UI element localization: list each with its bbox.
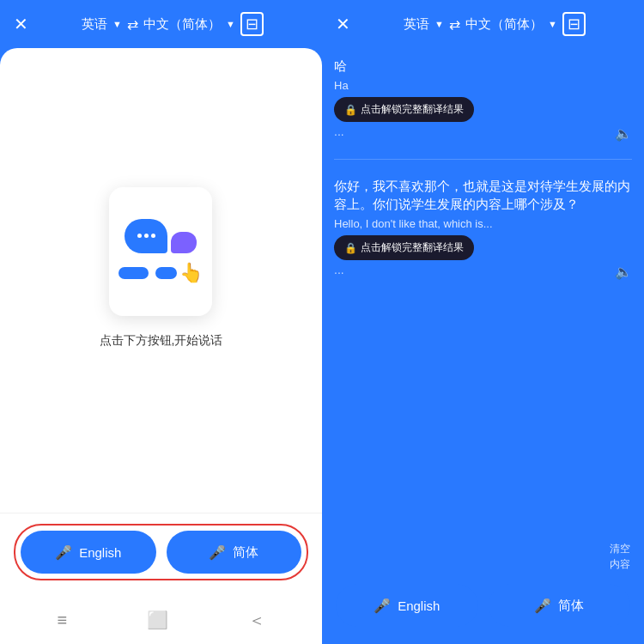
- left-lang-from[interactable]: 英语: [82, 16, 107, 33]
- left-english-button[interactable]: 🎤 English: [21, 531, 156, 574]
- left-content: 👆 点击下方按钮,开始说话: [0, 48, 322, 513]
- left-lang-selector: 英语 ▼ ⇄ 中文（简体） ▼ ⊟: [37, 12, 308, 36]
- msg1-footer: ··· 🔈: [334, 125, 632, 142]
- chat-bubbles: [125, 219, 197, 253]
- left-chinese-button[interactable]: 🎤 简体: [167, 531, 302, 574]
- msg1-speaker-icon[interactable]: 🔈: [615, 125, 632, 142]
- tap-btn-1: [118, 267, 149, 279]
- left-menu-icon[interactable]: ⊟: [240, 12, 264, 36]
- right-bottom-bar: 清空 内容: [322, 536, 644, 577]
- left-english-label: English: [79, 545, 121, 560]
- lock-icon-2: 🔒: [344, 242, 357, 254]
- lock-icon-1: 🔒: [344, 104, 357, 116]
- msg2-dots: ···: [334, 265, 344, 279]
- right-panel: ✕ 英语 ▼ ⇄ 中文（简体） ▼ ⊟ 哈 Ha 🔒 点击解锁完整翻译结果 ··…: [322, 0, 644, 644]
- right-buttons: 🎤 English 🎤 简体: [322, 577, 644, 644]
- right-chinese-label: 简体: [558, 598, 584, 614]
- left-chinese-label: 简体: [233, 544, 258, 561]
- nav-bar: ≡ ⬜ ＜: [0, 601, 322, 644]
- left-close-button[interactable]: ✕: [14, 15, 28, 33]
- right-lang-selector: 英语 ▼ ⇄ 中文（简体） ▼ ⊟: [359, 12, 630, 36]
- left-btn-row: 🎤 English 🎤 简体: [21, 531, 301, 574]
- divider-1: [334, 159, 632, 160]
- right-mic-icon-2: 🎤: [534, 598, 551, 614]
- hand-icon: 👆: [179, 262, 203, 284]
- nav-back-icon[interactable]: ＜: [248, 609, 265, 632]
- left-lang-to[interactable]: 中文（简体）: [143, 16, 221, 33]
- illustration: 👆 点击下方按钮,开始说话: [100, 187, 223, 349]
- left-mic-icon: 🎤: [55, 544, 72, 561]
- clear-line2: 内容: [610, 556, 630, 572]
- right-btn-row: 🎤 English 🎤 简体: [336, 584, 630, 627]
- right-swap-icon[interactable]: ⇄: [449, 16, 460, 33]
- right-lang-to-arrow: ▼: [548, 19, 557, 29]
- phone-illustration: 👆: [109, 187, 212, 316]
- right-menu-icon[interactable]: ⊟: [562, 12, 586, 36]
- left-mic-icon-2: 🎤: [209, 544, 226, 561]
- message-block-2: 你好，我不喜欢那个，也就是这是对待学生发展的内容上。你们说学生发展的内容上哪个涉…: [334, 177, 632, 280]
- msg1-unlock-text: 点击解锁完整翻译结果: [361, 102, 464, 117]
- left-swap-icon[interactable]: ⇄: [127, 16, 138, 33]
- left-panel: ✕ 英语 ▼ ⇄ 中文（简体） ▼ ⊟: [0, 0, 322, 644]
- right-lang-from[interactable]: 英语: [404, 16, 429, 33]
- msg2-chinese: 你好，我不喜欢那个，也就是这是对待学生发展的内容上。你们说学生发展的内容上哪个涉…: [334, 177, 632, 213]
- right-lang-from-arrow: ▼: [434, 19, 444, 29]
- msg2-footer: ··· 🔈: [334, 264, 632, 280]
- dot1: [137, 234, 142, 238]
- msg2-speaker-icon[interactable]: 🔈: [615, 264, 632, 280]
- msg1-english: Ha: [334, 78, 632, 94]
- clear-line1: 清空: [610, 541, 630, 556]
- left-lang-from-arrow: ▼: [112, 19, 122, 29]
- right-close-button[interactable]: ✕: [336, 14, 350, 34]
- left-lang-to-arrow: ▼: [226, 19, 235, 29]
- bubble-large: [125, 219, 167, 253]
- msg2-english: Hello, I don't like that, which is...: [334, 216, 632, 232]
- right-header: ✕ 英语 ▼ ⇄ 中文（简体） ▼ ⊟: [322, 0, 644, 48]
- right-english-button[interactable]: 🎤 English: [336, 584, 478, 627]
- msg1-chinese: 哈: [334, 57, 632, 75]
- clear-button[interactable]: 清空 内容: [610, 541, 630, 572]
- right-content: 哈 Ha 🔒 点击解锁完整翻译结果 ··· 🔈 你好，我不喜欢那个，也就是这是对…: [322, 48, 644, 536]
- right-lang-to[interactable]: 中文（简体）: [465, 16, 543, 33]
- red-box: 🎤 English 🎤 简体: [14, 524, 308, 580]
- tap-area: 👆: [118, 262, 203, 284]
- msg2-unlock-text: 点击解锁完整翻译结果: [361, 240, 464, 255]
- instruction-text: 点击下方按钮,开始说话: [100, 333, 223, 349]
- right-english-label: English: [398, 598, 440, 613]
- bubble-small: [171, 232, 197, 253]
- right-mic-icon-1: 🎤: [374, 598, 391, 614]
- dot3: [151, 234, 155, 238]
- msg1-dots: ···: [334, 127, 344, 141]
- left-bottom: 🎤 English 🎤 简体: [0, 513, 322, 601]
- dot2: [144, 234, 149, 238]
- tap-btn-2: [155, 267, 177, 279]
- left-header: ✕ 英语 ▼ ⇄ 中文（简体） ▼ ⊟: [0, 0, 322, 48]
- message-block-1: 哈 Ha 🔒 点击解锁完整翻译结果 ··· 🔈: [334, 57, 632, 142]
- msg2-unlock-button[interactable]: 🔒 点击解锁完整翻译结果: [334, 235, 474, 260]
- nav-home-icon[interactable]: ⬜: [147, 610, 168, 630]
- right-chinese-button[interactable]: 🎤 简体: [489, 584, 631, 627]
- msg1-unlock-button[interactable]: 🔒 点击解锁完整翻译结果: [334, 97, 474, 122]
- nav-menu-icon[interactable]: ≡: [57, 611, 67, 630]
